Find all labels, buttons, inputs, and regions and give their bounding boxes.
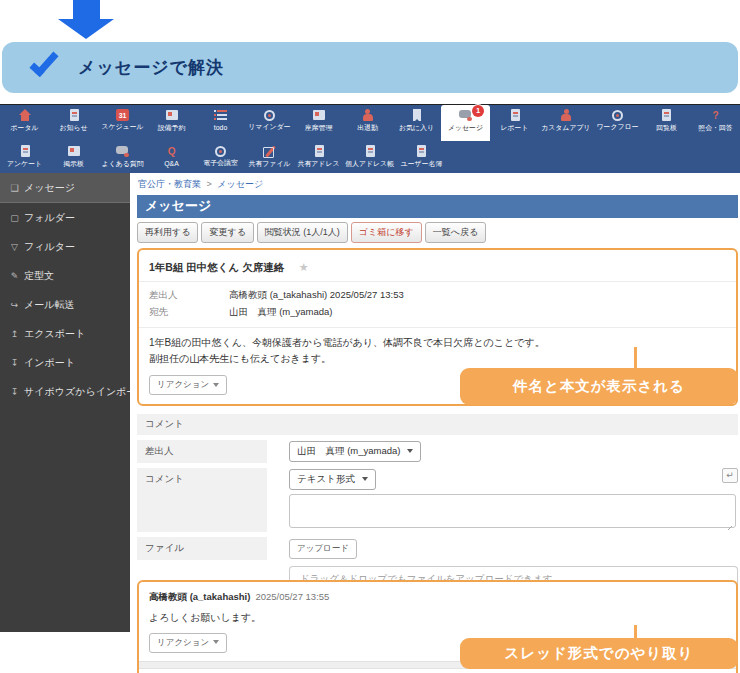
thread-entry: 山田 真理 (m_yamada)2025/05/27 13:54ご連絡ありがとう… [139, 669, 736, 673]
e-conference-icon [215, 146, 226, 157]
nav-item-portal[interactable]: ポータル [0, 105, 49, 141]
from-value: 高橋教頭 (a_takahashi) 2025/05/27 13:53 [229, 289, 404, 302]
sidebar-item-template[interactable]: ✎定型文 [0, 261, 130, 290]
thread-entry-line: よろしくお願いします。 [149, 610, 726, 626]
toolbar-button[interactable]: 閲覧状況 (1人/1人) [257, 222, 348, 243]
nav-item-label: 設備予約 [149, 123, 194, 132]
toolbar-button[interactable]: 一覧へ戻る [425, 222, 486, 243]
nav-item-reminder[interactable]: リマインダー [245, 105, 294, 141]
checkmark-icon [29, 47, 58, 77]
star-icon[interactable]: ★ [299, 261, 309, 273]
chevron-down-icon [407, 449, 413, 453]
nav-item-shared-address[interactable]: 共有アドレス [294, 141, 343, 173]
breadcrumb-current: メッセージ [217, 179, 263, 189]
nav-item-label: 回覧板 [644, 123, 689, 132]
toolbar-button[interactable]: 再利用する [137, 222, 198, 243]
shared-file-icon [262, 145, 278, 158]
nav-item-label: アンケート [2, 159, 47, 168]
callout-thread: スレッド形式でのやり取り [460, 638, 738, 669]
nav-item-seat-management[interactable]: 座席管理 [294, 105, 343, 141]
message-subject: 1年B組 田中悠くん 欠席連絡 [149, 261, 284, 273]
nav-item-report[interactable]: レポート [490, 105, 539, 141]
comment-from-label: 差出人 [137, 440, 267, 463]
comment-input[interactable] [289, 494, 736, 528]
collapse-panel-button[interactable]: ↵ [722, 468, 738, 483]
nav-item-inquiry-answer[interactable]: ?照会・回答 [691, 105, 740, 141]
sidebar-item-message[interactable]: ❑メッセージ [0, 173, 130, 203]
chevron-down-icon [213, 383, 219, 387]
breadcrumb-parent-link[interactable]: 官公庁・教育業 [138, 179, 201, 189]
sidebar-item-import[interactable]: ↧インポート [0, 348, 130, 377]
nav-item-shared-file[interactable]: 共有ファイル [245, 141, 294, 173]
sidebar-item-label: フォルダー [24, 212, 75, 223]
portal-icon [17, 109, 33, 122]
solution-banner: メッセージで解決 [2, 42, 738, 93]
thread-entry-body: よろしくお願いします。 [149, 610, 726, 626]
nav-item-schedule[interactable]: 31スケジュール [98, 105, 147, 141]
nav-item-label: リマインダー [247, 122, 292, 131]
callout-connector-1 [634, 347, 637, 369]
nav-item-label: お知らせ [51, 123, 96, 132]
upload-button[interactable]: アップロード [289, 539, 357, 559]
nav-item-personal-address[interactable]: 個人アドレス帳 [343, 141, 396, 173]
nav-item-circular[interactable]: 回覧板 [642, 105, 691, 141]
filter-icon: ▽ [8, 233, 21, 261]
nav-item-qa[interactable]: QQ&A [147, 141, 196, 173]
toolbar-button[interactable]: 変更する [201, 222, 253, 243]
todo-icon [213, 109, 229, 122]
toolbar-button[interactable]: ゴミ箱に移す [351, 222, 422, 243]
nav-item-label: カスタムアプリ [541, 123, 590, 132]
nav-item-survey[interactable]: アンケート [0, 141, 49, 173]
sidebar-item-mail-forward[interactable]: ↪メール転送 [0, 290, 130, 319]
message-header: 1年B組 田中悠くん 欠席連絡 ★ [139, 250, 736, 282]
sidebar-item-filter[interactable]: ▽フィルター [0, 232, 130, 261]
nav-item-faq[interactable]: よくある質問 [98, 141, 147, 173]
template-icon: ✎ [8, 262, 21, 290]
nav-item-workflow[interactable]: ワークフロー [593, 105, 642, 141]
message-body-line: 1年B組の田中悠くん、今朝保護者から電話があり、体調不良で本日欠席とのことです。 [149, 335, 726, 351]
down-arrow-icon [73, 0, 100, 19]
comment-file-label: ファイル [137, 537, 267, 560]
nav-item-label: 掲示板 [51, 159, 96, 168]
page-title: メッセージ [137, 195, 738, 218]
sidebar-item-folder[interactable]: ▢フォルダー [0, 203, 130, 232]
unread-badge: 1 [472, 105, 484, 117]
page: メッセージで解決 ポータルお知らせ31スケジュール設備予約todoリマインダー座… [0, 0, 740, 673]
reaction-button[interactable]: リアクション [149, 633, 227, 653]
sidebar-item-label: メール転送 [24, 299, 74, 310]
nav-item-custom-app[interactable]: カスタムアプリ [539, 105, 593, 141]
nav-item-message[interactable]: 1メッセージ [441, 105, 490, 141]
nav-item-label: todo [198, 123, 243, 131]
nav-item-label: 電子会議室 [198, 158, 243, 167]
personal-address-icon [362, 145, 378, 158]
banner-title: メッセージで解決 [78, 42, 224, 93]
nav-item-label: Q&A [149, 159, 194, 167]
sidebar-item-cybozu-import[interactable]: ↧サイボウズからインポート [0, 377, 130, 406]
nav-item-notice[interactable]: お知らせ [49, 105, 98, 141]
nav-item-todo[interactable]: todo [196, 105, 245, 141]
workflow-icon [612, 110, 623, 121]
nav-item-bulletin-board[interactable]: 掲示板 [49, 141, 98, 173]
message-body: 1年B組の田中悠くん、今朝保護者から電話があり、体調不良で本日欠席とのことです。… [139, 328, 736, 368]
button-label: リアクション [157, 637, 209, 647]
sidebar-item-export[interactable]: ↥エクスポート [0, 319, 130, 348]
resize-grip-icon[interactable] [725, 523, 732, 530]
reaction-button[interactable]: リアクション [149, 375, 227, 395]
comment-file-row: ファイル アップロード [137, 537, 738, 560]
nav-item-favorites[interactable]: お気に入り [392, 105, 441, 141]
export-icon: ↥ [8, 320, 21, 348]
reminder-icon [264, 110, 275, 121]
nav-item-label: ポータル [2, 123, 47, 132]
nav-item-e-conference[interactable]: 電子会議室 [196, 141, 245, 173]
comment-format-select[interactable]: テキスト形式 [289, 469, 376, 490]
thread-entry-time: 2025/05/27 13:55 [255, 591, 329, 602]
faq-icon [115, 145, 131, 158]
callout-connector-2 [634, 625, 637, 639]
comment-from-select[interactable]: 山田 真理 (m_yamada) [289, 441, 421, 462]
nav-item-label: スケジュール [100, 122, 145, 131]
nav-item-attendance[interactable]: 出退勤 [343, 105, 392, 141]
chevron-down-icon [213, 640, 219, 644]
nav-item-facility-reservation[interactable]: 設備予約 [147, 105, 196, 141]
message-icon: ❑ [8, 174, 21, 203]
nav-item-user-list[interactable]: ユーザー名簿 [397, 141, 446, 173]
